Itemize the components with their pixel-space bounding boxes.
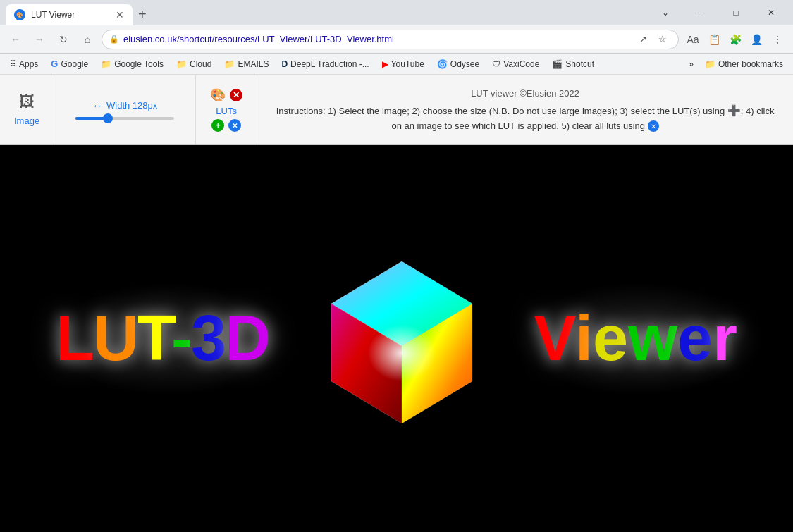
- slider-thumb[interactable]: [103, 113, 113, 123]
- width-section: ↔ Width 128px: [54, 75, 196, 144]
- bookmark-shotcut[interactable]: 🎬 Shotcut: [546, 58, 600, 70]
- instructions-text: Instructions: 1) Select the image; 2) ch…: [271, 103, 779, 132]
- bookmark-cloud[interactable]: 📁 Cloud: [171, 58, 217, 70]
- letter-w: w: [628, 303, 677, 373]
- bookmark-deepl-label: DeepL Traduction -...: [290, 59, 369, 69]
- letter-T: T: [137, 303, 171, 373]
- back-button[interactable]: ←: [6, 30, 25, 49]
- bookmark-odysee-label: Odysee: [450, 59, 479, 69]
- bookmark-apps[interactable]: ⠿ Apps: [4, 58, 44, 70]
- reload-button[interactable]: ↻: [54, 30, 73, 49]
- url-actions: ↗ ☆: [634, 31, 671, 48]
- chevron-down-icon[interactable]: ⌄: [649, 2, 682, 23]
- minimize-button[interactable]: ─: [684, 2, 717, 23]
- lut-display-area: LUT-3D: [0, 145, 793, 532]
- viewer-title: Viewer: [534, 302, 738, 375]
- bookmark-emails-label: EMAILS: [238, 59, 269, 69]
- home-button[interactable]: ⌂: [78, 30, 97, 49]
- browser-actions: Aa 📋 🧩 👤 ⋮: [683, 30, 787, 49]
- share-button[interactable]: ↗: [634, 31, 651, 48]
- bookmark-google-tools[interactable]: 📁 Google Tools: [95, 58, 169, 70]
- maximize-button[interactable]: □: [720, 2, 752, 23]
- bookmarks-bar: ⠿ Apps G Google 📁 Google Tools 📁 Cloud 📁…: [0, 54, 793, 75]
- letter-e2: e: [677, 303, 713, 373]
- letter-3: 3: [191, 303, 225, 373]
- folder-icon: 📁: [101, 59, 111, 69]
- letter-L: L: [56, 303, 93, 373]
- tab-favicon: 🎨: [14, 9, 25, 20]
- luts-action-row: + ✕: [211, 119, 241, 132]
- google-icon: G: [51, 58, 58, 69]
- shotcut-icon: 🎬: [552, 59, 563, 69]
- odysee-icon: 🌀: [437, 59, 448, 69]
- bookmark-youtube[interactable]: ▶ YouTube: [376, 58, 430, 70]
- bookmark-vaxicode-label: VaxiCode: [503, 59, 539, 69]
- deepl-icon: D: [281, 59, 288, 69]
- instructions-section: LUT viewer ©Elusien 2022 Instructions: 1…: [257, 75, 793, 144]
- menu-button[interactable]: ⋮: [768, 30, 787, 49]
- image-label[interactable]: Image: [14, 116, 39, 126]
- lut-3d-title: LUT-3D: [56, 302, 269, 375]
- more-bookmarks-button[interactable]: »: [684, 58, 698, 70]
- apps-grid-icon: ⠿: [10, 59, 16, 69]
- letter-dash: -: [171, 303, 191, 373]
- bookmark-deepl[interactable]: D DeepL Traduction -...: [276, 58, 374, 70]
- cube-container: [324, 247, 479, 431]
- page-content: 🖼 Image ↔ Width 128px 🎨 ✕ LUTs: [0, 75, 793, 532]
- resize-arrows-icon: ↔: [92, 100, 102, 111]
- url-bar[interactable]: 🔒 elusien.co.uk/shortcut/resources/LUT_V…: [102, 30, 679, 49]
- extensions-ntp-button[interactable]: Aa: [683, 30, 703, 49]
- bookmark-cloud-label: Cloud: [190, 59, 211, 69]
- tab-close-button[interactable]: ✕: [116, 9, 124, 20]
- width-header: ↔ Width 128px: [92, 100, 157, 111]
- active-tab[interactable]: 🎨 LUT Viewer ✕: [6, 4, 133, 25]
- bookmark-star-button[interactable]: ☆: [654, 31, 671, 48]
- emails-folder-icon: 📁: [224, 59, 235, 69]
- title-bar: 🎨 LUT Viewer ✕ + ⌄ ─ □ ✕: [0, 0, 793, 25]
- bookmark-google-tools-label: Google Tools: [114, 59, 164, 69]
- url-text: elusien.co.uk/shortcut/resources/LUT_Vie…: [123, 34, 630, 44]
- lut-cube-svg: [324, 247, 479, 431]
- palette-icon: 🎨: [210, 87, 226, 103]
- extensions-button[interactable]: 🧩: [725, 30, 745, 49]
- youtube-icon: ▶: [382, 59, 388, 69]
- bookmark-vaxicode[interactable]: 🛡 VaxiCode: [486, 58, 545, 70]
- letter-U: U: [93, 303, 137, 373]
- bookmark-odysee[interactable]: 🌀 Odysee: [431, 58, 485, 70]
- letter-D: D: [225, 303, 269, 373]
- other-bookmarks-folder-icon: 📁: [705, 59, 715, 69]
- lut-main-display: LUT-3D: [0, 145, 793, 532]
- luts-remove-button[interactable]: ✕: [230, 89, 242, 101]
- bookmark-shotcut-label: Shotcut: [565, 59, 594, 69]
- letter-V: V: [534, 303, 575, 373]
- other-bookmarks-label: Other bookmarks: [718, 59, 783, 69]
- instructions-title: LUT viewer ©Elusien 2022: [471, 87, 579, 101]
- close-button[interactable]: ✕: [755, 2, 787, 23]
- slider-track: [75, 117, 174, 120]
- luts-section: 🎨 ✕ LUTs + ✕: [196, 75, 257, 144]
- toolbar-panel: 🖼 Image ↔ Width 128px 🎨 ✕ LUTs: [0, 75, 793, 145]
- luts-add-button[interactable]: +: [211, 119, 224, 132]
- tab-area: 🎨 LUT Viewer ✕ +: [6, 0, 646, 25]
- width-slider[interactable]: [75, 117, 174, 120]
- vaxicode-icon: 🛡: [492, 59, 500, 69]
- address-bar: ← → ↻ ⌂ 🔒 elusien.co.uk/shortcut/resourc…: [0, 25, 793, 54]
- lock-icon: 🔒: [109, 35, 119, 44]
- cloud-folder-icon: 📁: [176, 59, 187, 69]
- bookmark-emails[interactable]: 📁 EMAILS: [219, 58, 274, 70]
- new-tab-button[interactable]: +: [133, 4, 152, 25]
- letter-r: r: [713, 303, 737, 373]
- window-controls: ⌄ ─ □ ✕: [649, 2, 787, 23]
- bookmark-google-label: Google: [61, 59, 88, 69]
- tab-title: LUT Viewer: [31, 10, 75, 20]
- image-icon: 🖼: [19, 93, 35, 111]
- bookmark-apps-label: Apps: [19, 59, 38, 69]
- letter-i: i: [575, 303, 593, 373]
- letter-e1: e: [593, 303, 628, 373]
- bookmark-google[interactable]: G Google: [45, 57, 94, 70]
- other-bookmarks[interactable]: 📁 Other bookmarks: [699, 58, 789, 70]
- luts-clear-button[interactable]: ✕: [228, 119, 241, 132]
- reading-list-button[interactable]: 📋: [704, 30, 724, 49]
- forward-button[interactable]: →: [30, 30, 49, 49]
- profile-button[interactable]: 👤: [746, 30, 766, 49]
